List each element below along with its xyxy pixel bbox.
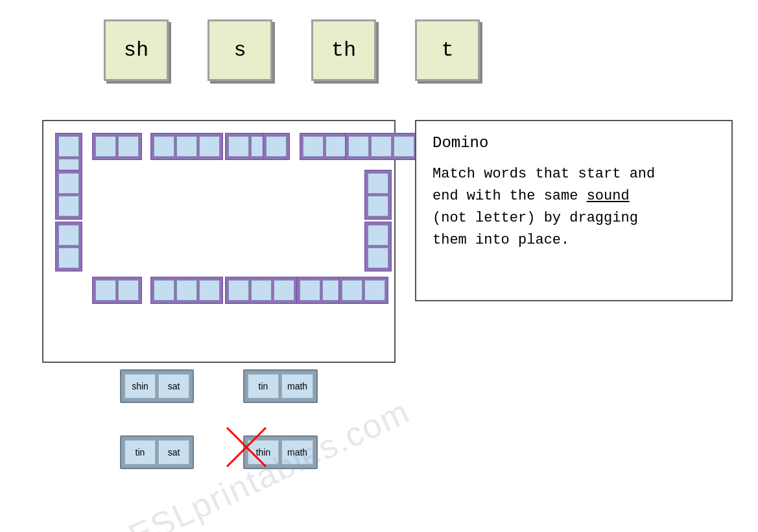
tile-t[interactable]: t bbox=[415, 19, 480, 81]
info-box: Domino Match words that start andend wit… bbox=[415, 120, 733, 301]
tile-th-label: th bbox=[331, 38, 356, 62]
word-cell-math2[interactable]: math bbox=[281, 440, 313, 465]
word-cell-tin2[interactable]: tin bbox=[124, 440, 156, 465]
word-cell-shin[interactable]: shin bbox=[124, 374, 156, 399]
tile-s[interactable]: s bbox=[207, 19, 272, 81]
domino-board bbox=[42, 120, 396, 363]
top-tiles-row: sh s th t bbox=[104, 19, 480, 81]
word-domino-row2[interactable]: tin sat bbox=[120, 435, 194, 469]
word-cell-tin1[interactable]: tin bbox=[248, 374, 279, 399]
word-cell-sat2[interactable]: sat bbox=[158, 440, 189, 465]
tile-t-label: t bbox=[441, 38, 453, 62]
info-line1: Match words that start andend with the s… bbox=[432, 166, 655, 248]
word-domino-row2b[interactable]: thin math bbox=[243, 435, 318, 469]
info-text: Match words that start andend with the s… bbox=[432, 163, 715, 251]
info-title: Domino bbox=[432, 134, 715, 152]
tile-sh[interactable]: sh bbox=[104, 19, 169, 81]
tile-sh-label: sh bbox=[124, 38, 148, 62]
tile-th[interactable]: th bbox=[311, 19, 376, 81]
tile-s-label: s bbox=[233, 38, 246, 62]
word-cell-math1[interactable]: math bbox=[281, 374, 313, 399]
word-cell-sat1[interactable]: sat bbox=[158, 374, 189, 399]
word-domino-row1[interactable]: shin sat bbox=[120, 369, 194, 403]
word-domino-row1b[interactable]: tin math bbox=[243, 369, 318, 403]
word-cell-thin2[interactable]: thin bbox=[248, 440, 279, 465]
